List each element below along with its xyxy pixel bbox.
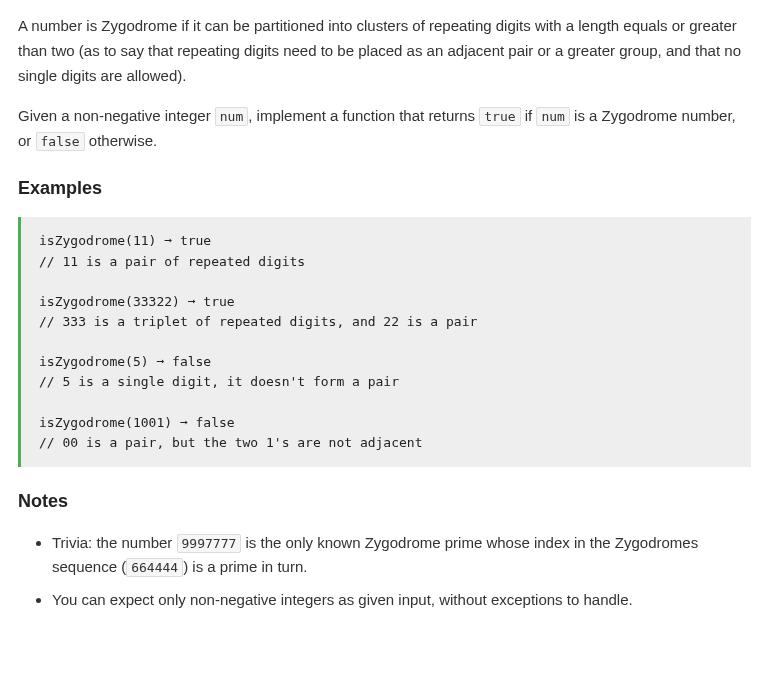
inline-code-number: 9997777 [177, 534, 242, 553]
inline-code-num: num [536, 107, 569, 126]
text-fragment: if [521, 107, 537, 124]
text-fragment: Given a non-negative integer [18, 107, 215, 124]
intro-paragraph-2: Given a non-negative integer num, implem… [18, 104, 751, 154]
list-item: You can expect only non-negative integer… [52, 588, 751, 613]
text-fragment: , implement a function that returns [248, 107, 479, 124]
inline-code-num: num [215, 107, 248, 126]
inline-code-number: 664444 [126, 558, 183, 577]
text-fragment: ) is a prime in turn. [183, 558, 307, 575]
inline-code-false: false [36, 132, 85, 151]
list-item: Trivia: the number 9997777 is the only k… [52, 531, 751, 581]
notes-heading: Notes [18, 487, 751, 517]
text-fragment: Trivia: the number [52, 534, 177, 551]
examples-code-block: isZygodrome(11) ➞ true // 11 is a pair o… [18, 217, 751, 467]
notes-list: Trivia: the number 9997777 is the only k… [18, 531, 751, 613]
inline-code-true: true [479, 107, 520, 126]
text-fragment: otherwise. [85, 132, 158, 149]
intro-paragraph-1: A number is Zygodrome if it can be parti… [18, 14, 751, 88]
examples-heading: Examples [18, 174, 751, 204]
